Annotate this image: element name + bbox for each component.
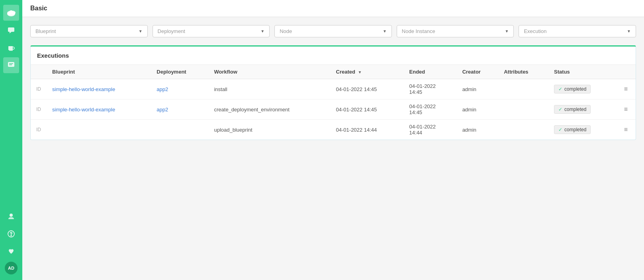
blueprint-filter-chevron: ▼ bbox=[139, 29, 143, 33]
col-blueprint: Blueprint bbox=[47, 65, 151, 79]
row-ended: 04-01-202214:44 bbox=[404, 120, 457, 140]
check-icon: ✓ bbox=[558, 127, 562, 132]
sidebar: AD bbox=[0, 0, 22, 280]
row-menu[interactable]: ≡ bbox=[616, 79, 636, 99]
node-instance-filter-label: Node Instance bbox=[402, 28, 435, 34]
table-row: ID upload_blueprint 04-01-2022 14:44 04-… bbox=[31, 120, 636, 140]
col-creator: Creator bbox=[457, 65, 499, 79]
row-status: ✓ completed bbox=[548, 99, 616, 120]
table-row: ID simple-hello-world-example app2 creat… bbox=[31, 99, 636, 120]
row-attributes bbox=[498, 99, 548, 120]
blueprint-filter[interactable]: Blueprint ▼ bbox=[30, 25, 148, 37]
heart-icon[interactable] bbox=[3, 243, 19, 259]
blueprint-filter-label: Blueprint bbox=[35, 28, 56, 34]
page-header: Basic bbox=[22, 0, 644, 17]
chat-icon[interactable] bbox=[3, 22, 19, 38]
table-row: ID simple-hello-world-example app2 insta… bbox=[31, 79, 636, 99]
deployment-filter-chevron: ▼ bbox=[260, 29, 264, 33]
row-ended: 04-01-202214:45 bbox=[404, 79, 457, 99]
row-deployment: app2 bbox=[151, 79, 208, 99]
execution-filter[interactable]: Execution ▼ bbox=[519, 25, 636, 37]
table-header: Blueprint Deployment Workflow Created ▼ … bbox=[31, 65, 636, 79]
node-filter-label: Node bbox=[280, 28, 292, 34]
svg-point-3 bbox=[9, 10, 13, 14]
node-instance-filter-chevron: ▼ bbox=[505, 29, 509, 33]
row-workflow: upload_blueprint bbox=[208, 120, 330, 140]
check-icon: ✓ bbox=[558, 86, 562, 92]
svg-rect-7 bbox=[9, 50, 13, 51]
row-deployment: app2 bbox=[151, 99, 208, 120]
node-filter[interactable]: Node ▼ bbox=[274, 25, 392, 37]
row-menu[interactable]: ≡ bbox=[616, 99, 636, 120]
messages-icon[interactable] bbox=[3, 57, 19, 73]
check-icon: ✓ bbox=[558, 107, 562, 112]
execution-filter-chevron: ▼ bbox=[627, 29, 631, 33]
row-menu-icon[interactable]: ≡ bbox=[622, 85, 630, 93]
row-id: ID bbox=[31, 99, 47, 120]
svg-point-13 bbox=[11, 235, 12, 236]
row-menu-icon[interactable]: ≡ bbox=[622, 125, 630, 134]
col-workflow: Workflow bbox=[208, 65, 330, 79]
col-status: Status bbox=[548, 65, 616, 79]
coffee-icon[interactable] bbox=[3, 40, 19, 56]
executions-table: Blueprint Deployment Workflow Created ▼ … bbox=[31, 65, 636, 140]
svg-rect-4 bbox=[8, 27, 14, 32]
row-deployment bbox=[151, 120, 208, 140]
row-attributes bbox=[498, 79, 548, 99]
col-actions bbox=[616, 65, 636, 79]
execution-filter-label: Execution bbox=[524, 28, 546, 34]
node-filter-chevron: ▼ bbox=[383, 29, 387, 33]
deployment-value: app2 bbox=[157, 107, 168, 113]
row-creator: admin bbox=[457, 120, 499, 140]
row-creator: admin bbox=[457, 99, 499, 120]
deployment-filter-label: Deployment bbox=[158, 28, 185, 34]
status-badge: ✓ completed bbox=[554, 125, 591, 134]
row-status: ✓ completed bbox=[548, 79, 616, 99]
created-sort-arrow: ▼ bbox=[358, 70, 362, 74]
row-blueprint: simple-hello-world-example bbox=[47, 79, 151, 99]
row-menu[interactable]: ≡ bbox=[616, 120, 636, 140]
sidebar-bottom: AD bbox=[3, 208, 19, 276]
executions-title: Executions bbox=[37, 52, 69, 59]
row-workflow: create_deployment_environment bbox=[208, 99, 330, 120]
status-badge: ✓ completed bbox=[554, 85, 591, 93]
col-attributes: Attributes bbox=[498, 65, 548, 79]
row-created: 04-01-2022 14:45 bbox=[331, 79, 404, 99]
row-workflow: install bbox=[208, 79, 330, 99]
svg-rect-8 bbox=[8, 62, 14, 67]
row-id: ID bbox=[31, 79, 47, 99]
row-ended: 04-01-202214:45 bbox=[404, 99, 457, 120]
col-blank bbox=[31, 65, 47, 79]
row-creator: admin bbox=[457, 79, 499, 99]
row-id: ID bbox=[31, 120, 47, 140]
logo-icon[interactable] bbox=[3, 5, 19, 21]
row-attributes bbox=[498, 120, 548, 140]
svg-marker-5 bbox=[10, 32, 12, 33]
col-ended: Ended bbox=[404, 65, 457, 79]
status-badge: ✓ completed bbox=[554, 105, 591, 114]
user-profile-icon[interactable] bbox=[3, 208, 19, 224]
user-avatar[interactable]: AD bbox=[5, 262, 18, 274]
executions-panel-header: Executions bbox=[31, 47, 636, 65]
help-icon[interactable] bbox=[3, 226, 19, 242]
deployment-filter[interactable]: Deployment ▼ bbox=[153, 25, 270, 37]
blueprint-link[interactable]: simple-hello-world-example bbox=[52, 86, 115, 92]
col-created[interactable]: Created ▼ bbox=[331, 65, 404, 79]
executions-panel: Executions Blueprint Deployment Workflow… bbox=[30, 45, 636, 140]
row-created: 04-01-2022 14:44 bbox=[331, 120, 404, 140]
row-menu-icon[interactable]: ≡ bbox=[622, 105, 630, 113]
row-status: ✓ completed bbox=[548, 120, 616, 140]
col-deployment: Deployment bbox=[151, 65, 208, 79]
row-created: 04-01-2022 14:45 bbox=[331, 99, 404, 120]
row-blueprint bbox=[47, 120, 151, 140]
status-label: completed bbox=[564, 86, 586, 92]
page-title: Basic bbox=[30, 5, 47, 12]
blueprint-link[interactable]: simple-hello-world-example bbox=[52, 107, 115, 113]
content-area: Blueprint ▼ Deployment ▼ Node ▼ Node Ins… bbox=[22, 17, 644, 280]
status-label: completed bbox=[564, 127, 586, 132]
node-instance-filter[interactable]: Node Instance ▼ bbox=[397, 25, 514, 37]
svg-point-11 bbox=[10, 214, 13, 217]
row-blueprint: simple-hello-world-example bbox=[47, 99, 151, 120]
svg-rect-6 bbox=[8, 46, 13, 50]
executions-tbody: ID simple-hello-world-example app2 insta… bbox=[31, 79, 636, 140]
